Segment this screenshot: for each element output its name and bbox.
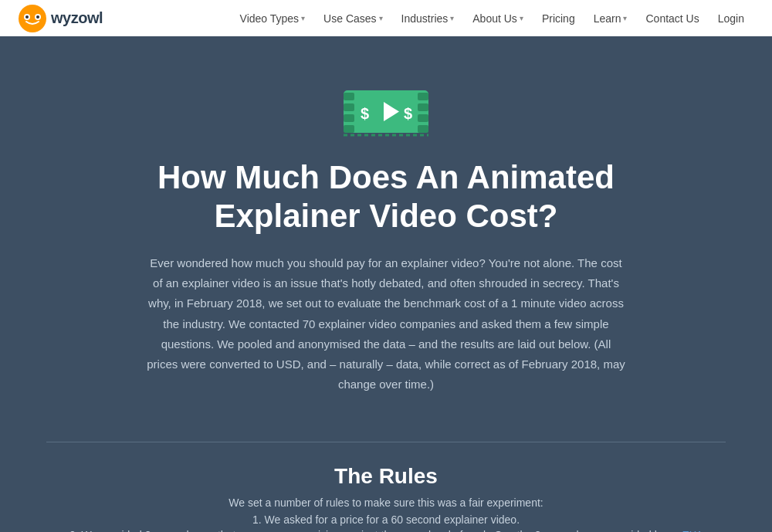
nav-video-types-chevron: ▾ (301, 14, 305, 22)
rules-item-2: 2. We provided 3 examples so that everyo… (62, 529, 710, 532)
svg-rect-6 (344, 93, 354, 100)
nav-login-label: Login (718, 12, 744, 25)
svg-point-3 (25, 15, 29, 19)
nav-industries-chevron: ▾ (450, 14, 454, 22)
svg-rect-13 (418, 125, 428, 133)
svg-point-4 (36, 15, 39, 19)
nav-video-types-label: Video Types (240, 12, 300, 25)
nav-contact-us[interactable]: Contact Us (636, 0, 708, 36)
nav-use-cases-label: Use Cases (323, 12, 376, 25)
rules-title: The Rules (62, 464, 710, 489)
svg-rect-11 (418, 103, 428, 111)
rules-item-2-text: 2. We provided 3 examples so that everyo… (69, 529, 679, 532)
main-content: $ $ How Much Does An Animated Explainer … (0, 36, 772, 532)
rules-section: The Rules We set a number of rules to ma… (46, 442, 726, 532)
svg-point-0 (19, 5, 46, 32)
nav-industries[interactable]: Industries ▾ (392, 0, 464, 36)
site-header: wyzowl Video Types ▾ Use Cases ▾ Industr… (0, 0, 772, 36)
hero-paragraph: Ever wondered how much you should pay fo… (147, 253, 625, 395)
svg-rect-8 (344, 114, 354, 122)
nav-pricing-label: Pricing (542, 12, 575, 25)
svg-text:$: $ (361, 105, 369, 122)
nav-about-us[interactable]: About Us ▾ (463, 0, 533, 36)
nav-about-us-chevron: ▾ (520, 14, 523, 22)
nav-pricing[interactable]: Pricing (533, 0, 584, 36)
svg-text:$: $ (404, 105, 412, 122)
main-nav: Video Types ▾ Use Cases ▾ Industries ▾ A… (231, 0, 753, 36)
svg-rect-10 (418, 93, 428, 100)
svg-rect-9 (344, 125, 354, 133)
nav-industries-label: Industries (401, 12, 449, 25)
hero-heading: How Much Does An Animated Explainer Vide… (116, 158, 656, 236)
hero-icon: $ $ (336, 75, 436, 144)
svg-rect-7 (344, 103, 354, 111)
nav-learn-label: Learn (594, 12, 621, 25)
nav-login[interactable]: Login (709, 0, 753, 36)
nav-use-cases-chevron: ▾ (379, 14, 383, 22)
nav-video-types[interactable]: Video Types ▾ (231, 0, 315, 36)
nav-learn[interactable]: Learn ▾ (584, 0, 637, 36)
nav-contact-us-label: Contact Us (645, 12, 699, 25)
wyzowl-logo-icon (19, 5, 46, 32)
nav-about-us-label: About Us (472, 12, 517, 25)
nav-use-cases[interactable]: Use Cases ▾ (314, 0, 391, 36)
logo-link[interactable]: wyzowl (19, 5, 103, 32)
svg-rect-12 (418, 114, 428, 122)
rules-intro: We set a number of rules to make sure th… (62, 496, 710, 509)
rules-item-1: 1. We asked for a price for a 60 second … (62, 513, 710, 526)
nav-learn-chevron: ▾ (623, 14, 627, 22)
rules-ex1-link[interactable]: EX1 (682, 529, 703, 532)
logo-wordmark: wyzowl (51, 9, 103, 27)
